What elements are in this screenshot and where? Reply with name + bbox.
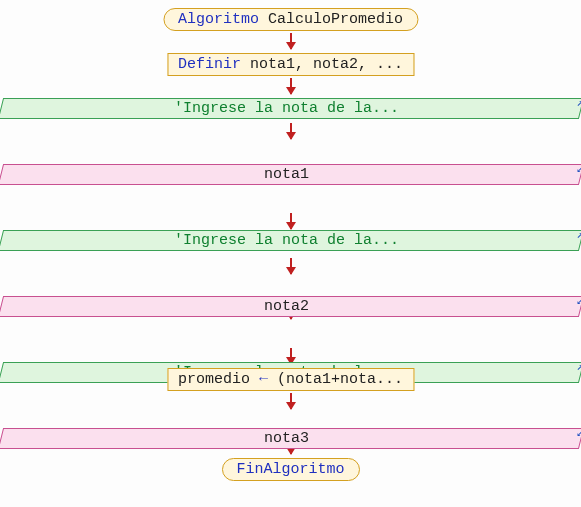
io-output-1: ↗ 'Ingrese la nota de la...: [0, 98, 581, 119]
arrow: [290, 393, 292, 409]
input-var: nota2: [264, 298, 309, 315]
input-var: nota3: [264, 430, 309, 447]
arrow: [290, 213, 292, 229]
output-text: 'Ingrese la nota de la...: [174, 100, 399, 117]
expand-icon: ↗: [576, 360, 581, 373]
expand-icon: ↙: [576, 162, 581, 175]
process-define: Definir nota1, nota2, ...: [167, 53, 414, 76]
terminal-start: Algoritmo CalculoPromedio: [163, 8, 418, 31]
arrow: [290, 258, 292, 274]
arrow: [290, 33, 292, 49]
arrow: [290, 78, 292, 94]
io-input-3: ↙ nota3: [0, 428, 581, 449]
io-input-2: ↙ nota2: [0, 296, 581, 317]
calc-expr: (nota1+nota...: [268, 371, 403, 388]
expand-icon: ↙: [576, 294, 581, 307]
process-calc: promedio ← (nota1+nota...: [167, 368, 414, 391]
keyword-definir: Definir: [178, 56, 241, 73]
define-vars: nota1, nota2, ...: [241, 56, 403, 73]
expand-icon: ↙: [576, 426, 581, 439]
keyword-fin: FinAlgoritmo: [236, 461, 344, 478]
terminal-end: FinAlgoritmo: [221, 458, 359, 481]
flowchart-canvas: Algoritmo CalculoPromedio Definir nota1,…: [0, 0, 581, 507]
algorithm-name: CalculoPromedio: [268, 11, 403, 28]
assign-op: ←: [259, 371, 268, 388]
expand-icon: ↗: [576, 96, 581, 109]
input-var: nota1: [264, 166, 309, 183]
io-input-1: ↙ nota1: [0, 164, 581, 185]
arrow: [290, 123, 292, 139]
output-text: 'Ingrese la nota de la...: [174, 232, 399, 249]
expand-icon: ↗: [576, 228, 581, 241]
io-output-2: ↗ 'Ingrese la nota de la...: [0, 230, 581, 251]
keyword-algoritmo: Algoritmo: [178, 11, 259, 28]
calc-var: promedio: [178, 371, 259, 388]
